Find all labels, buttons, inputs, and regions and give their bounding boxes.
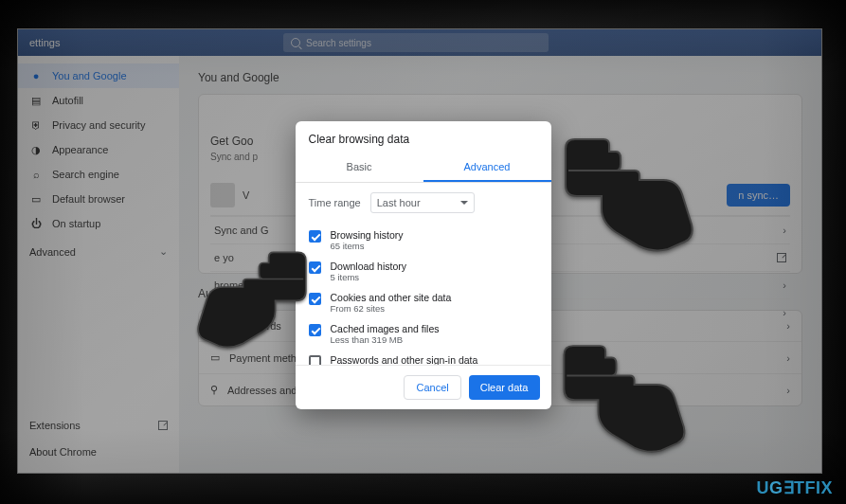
sidebar-item-label: On startup bbox=[52, 218, 100, 229]
sync-text: V bbox=[243, 189, 249, 201]
annotation-hand-icon bbox=[195, 251, 308, 356]
search-placeholder: Search settings bbox=[306, 38, 371, 48]
external-link-icon bbox=[777, 253, 786, 262]
clear-browsing-data-dialog: Clear browsing data Basic Advanced Time … bbox=[296, 121, 551, 409]
checkbox[interactable] bbox=[309, 293, 321, 305]
search-settings-input[interactable]: Search settings bbox=[283, 33, 549, 52]
chevron-down-icon: ⌄ bbox=[159, 245, 168, 258]
option-cookies[interactable]: Cookies and other site dataFrom 62 sites bbox=[303, 287, 544, 318]
cancel-button[interactable]: Cancel bbox=[404, 375, 460, 400]
chevron-right-icon: › bbox=[783, 279, 786, 291]
watermark: UG∃TFIX bbox=[756, 477, 833, 498]
option-browsing-history[interactable]: Browsing history65 items bbox=[303, 225, 544, 256]
dialog-tabs: Basic Advanced bbox=[296, 153, 551, 183]
tab-basic[interactable]: Basic bbox=[296, 153, 423, 182]
tab-advanced[interactable]: Advanced bbox=[423, 153, 551, 182]
sidebar-item-label: Appearance bbox=[52, 144, 108, 155]
chevron-right-icon: › bbox=[783, 307, 786, 318]
sidebar-advanced-toggle[interactable]: Advanced ⌄ bbox=[18, 236, 179, 267]
checkbox[interactable] bbox=[309, 230, 321, 243]
sidebar-item-you-and-google[interactable]: ● You and Google bbox=[18, 63, 179, 88]
window-title: ettings bbox=[29, 37, 60, 48]
location-icon: ⚲ bbox=[210, 384, 218, 396]
annotation-hand-icon bbox=[563, 344, 689, 461]
search-icon bbox=[291, 38, 300, 47]
autofill-icon: ▤ bbox=[29, 94, 43, 107]
section-title: You and Google bbox=[198, 71, 802, 84]
options-list: Browsing history65 items Download histor… bbox=[296, 223, 551, 365]
appearance-icon: ◑ bbox=[29, 143, 43, 156]
sidebar-item-privacy[interactable]: ⛨ Privacy and security bbox=[18, 113, 179, 137]
sidebar-item-appearance[interactable]: ◑ Appearance bbox=[18, 137, 179, 162]
clear-data-button[interactable]: Clear data bbox=[469, 375, 540, 400]
sidebar-extensions[interactable]: Extensions bbox=[18, 412, 179, 439]
option-passwords[interactable]: Passwords and other sign-in dataNone bbox=[303, 350, 544, 365]
sidebar-item-label: Privacy and security bbox=[52, 119, 145, 131]
sidebar-item-label: Autofill bbox=[52, 95, 83, 106]
sidebar-item-label: About Chrome bbox=[29, 446, 97, 458]
sidebar-item-label: Search engine bbox=[52, 169, 119, 180]
sidebar-item-default-browser[interactable]: ▭ Default browser bbox=[18, 187, 179, 211]
top-bar: ettings Search settings bbox=[18, 29, 821, 56]
checkbox[interactable] bbox=[309, 355, 321, 365]
sidebar-item-label: Extensions bbox=[29, 420, 81, 431]
checkbox[interactable] bbox=[309, 324, 321, 336]
time-range-dropdown[interactable]: Last hour bbox=[370, 192, 475, 213]
shield-icon: ⛨ bbox=[29, 118, 43, 132]
dialog-title: Clear browsing data bbox=[296, 121, 551, 153]
time-range-label: Time range bbox=[309, 197, 361, 208]
chevron-right-icon: › bbox=[786, 385, 790, 396]
annotation-hand-icon bbox=[564, 137, 696, 261]
power-icon: ⏻ bbox=[29, 217, 43, 230]
chevron-right-icon: › bbox=[786, 352, 790, 364]
checkbox[interactable] bbox=[309, 261, 321, 274]
option-download-history[interactable]: Download history5 items bbox=[303, 256, 544, 287]
chevron-right-icon: › bbox=[783, 225, 786, 236]
sidebar-item-label: Default browser bbox=[52, 193, 125, 205]
sidebar-item-search-engine[interactable]: ⌕ Search engine bbox=[18, 162, 179, 187]
default-browser-icon: ▭ bbox=[29, 192, 43, 206]
sidebar-item-label: You and Google bbox=[52, 70, 127, 81]
sidebar-about-chrome[interactable]: About Chrome bbox=[18, 439, 179, 465]
chevron-down-icon bbox=[460, 201, 468, 205]
external-link-icon bbox=[158, 421, 168, 430]
search-engine-icon: ⌕ bbox=[29, 168, 43, 181]
sidebar-item-autofill[interactable]: ▤ Autofill bbox=[18, 88, 179, 113]
sidebar-item-on-startup[interactable]: ⏻ On startup bbox=[18, 211, 179, 236]
person-icon: ● bbox=[29, 69, 43, 82]
sidebar: ● You and Google ▤ Autofill ⛨ Privacy an… bbox=[18, 56, 179, 473]
advanced-label: Advanced bbox=[29, 246, 76, 258]
turn-on-sync-button[interactable]: n sync… bbox=[727, 184, 790, 207]
avatar bbox=[210, 183, 235, 207]
time-range-value: Last hour bbox=[377, 197, 421, 208]
option-cached-images[interactable]: Cached images and filesLess than 319 MB bbox=[303, 318, 544, 350]
